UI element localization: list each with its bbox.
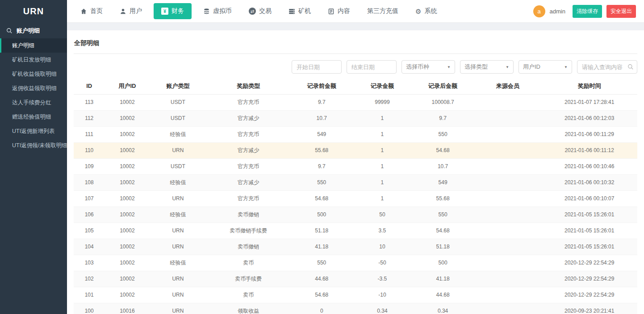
records-table-wrap: ID 用户ID 账户类型 奖励类型 记录前金额 记录金额 记录后金额 来源会员 … xyxy=(67,78,644,314)
table-row[interactable]: 11110002经验值官方充币54915502021-01-06 00:11:2… xyxy=(74,126,637,142)
table-cell: 官方充币 xyxy=(206,158,291,174)
table-row[interactable]: 10810002经验值官方减少55015492021-01-06 00:10:3… xyxy=(74,174,637,190)
col-header-id: ID xyxy=(74,78,105,94)
sidebar-item-account-detail[interactable]: 账户明细 xyxy=(0,38,67,53)
table-cell xyxy=(474,94,541,110)
table-row[interactable]: 10210002URN卖币手续费44.68-3.541.182020-12-29… xyxy=(74,271,637,287)
table-cell: 109 xyxy=(74,158,105,174)
table-cell: 51.18 xyxy=(291,223,353,239)
table-row[interactable]: 11310002USDT官方充币9.799999100008.72021-01-… xyxy=(74,94,637,110)
logout-button[interactable]: 安全退出 xyxy=(606,5,636,18)
user-id-select[interactable]: 用户ID ▼ xyxy=(519,60,572,74)
search-icon xyxy=(6,28,13,34)
table-cell xyxy=(474,255,541,271)
table-cell: 1 xyxy=(353,158,412,174)
sidebar-item-uti-rebate-claimed[interactable]: UTI返佣领/未领取明细 xyxy=(0,138,67,153)
table-row[interactable]: 10110002URN卖币54.68-1044.682020-12-29 22:… xyxy=(74,287,637,303)
nav-item-miner[interactable]: 矿机 xyxy=(283,4,316,19)
table-cell: 10002 xyxy=(105,126,150,142)
table-row[interactable]: 10010016URN领取收益00.340.342020-09-23 20:21… xyxy=(74,303,637,314)
table-cell: 106 xyxy=(74,207,105,223)
sidebar-group-label: 账户明细 xyxy=(17,27,40,35)
nav-item-users[interactable]: 用户 xyxy=(114,4,147,19)
table-row[interactable]: 10410002URN卖币撤销41.181051.182021-01-05 15… xyxy=(74,239,637,255)
table-cell: 2020-09-23 20:21:41 xyxy=(541,303,637,314)
table-cell: 经验值 xyxy=(150,126,206,142)
sidebar-item-gift-exp-detail[interactable]: 赠送经验值明细 xyxy=(0,110,67,124)
table-cell xyxy=(474,174,541,190)
table-cell: 54.68 xyxy=(412,223,474,239)
table-row[interactable]: 10310002经验值卖币550-505002020-12-29 22:54:2… xyxy=(74,255,637,271)
nav-item-third-party-recharge[interactable]: 第三方充值 xyxy=(362,4,404,19)
table-row[interactable]: 11010002URN官方减少55.68154.682021-01-06 00:… xyxy=(74,142,637,158)
type-select-value: 选择类型 xyxy=(464,63,488,71)
records-table: ID 用户ID 账户类型 奖励类型 记录前金额 记录金额 记录后金额 来源会员 … xyxy=(74,78,637,314)
table-cell xyxy=(474,287,541,303)
table-cell: 1 xyxy=(353,142,412,158)
admin-username: admin xyxy=(550,8,565,15)
col-header-user-id: 用户ID xyxy=(105,78,150,94)
table-cell: URN xyxy=(150,239,206,255)
table-cell: 10.7 xyxy=(291,110,353,126)
clear-cache-button[interactable]: 清除缓存 xyxy=(573,5,602,18)
end-date-input[interactable] xyxy=(347,60,397,74)
table-cell: 2021-01-06 00:11:12 xyxy=(541,142,637,158)
avatar[interactable]: a xyxy=(533,5,545,17)
table-row[interactable]: 10610002经验值卖币撤销500505502021-01-05 15:26:… xyxy=(74,207,637,223)
table-row[interactable]: 10510002URN卖币撤销手续费51.183.554.682021-01-0… xyxy=(74,223,637,239)
table-cell: 102 xyxy=(74,271,105,287)
sidebar-item-uti-rebate-new-list[interactable]: UTI返佣新增列表 xyxy=(0,124,67,138)
main-nav: 首页 用户 ¥ 财务 虚拟币 ⇄ 交易 xyxy=(75,3,442,19)
nav-item-virtual-coin[interactable]: 虚拟币 xyxy=(198,4,237,19)
table-row[interactable]: 10710002URN官方充币54.68155.682021-01-06 00:… xyxy=(74,190,637,207)
table-cell: 官方充币 xyxy=(206,94,291,110)
table-cell: 1 xyxy=(353,110,412,126)
table-cell: 10002 xyxy=(105,271,150,287)
table-cell: 550 xyxy=(412,126,474,142)
search-icon[interactable] xyxy=(627,64,634,70)
nav-label: 矿机 xyxy=(298,7,311,15)
chevron-down-icon: ▼ xyxy=(506,65,509,69)
search-box xyxy=(577,60,637,74)
table-cell xyxy=(474,239,541,255)
sidebar-item-expert-fee-dividend[interactable]: 达人手续费分红 xyxy=(0,95,67,110)
nav-item-finance[interactable]: ¥ 财务 xyxy=(154,3,192,19)
nav-item-home[interactable]: 首页 xyxy=(75,4,108,19)
table-cell: 0.34 xyxy=(412,303,474,314)
table-row[interactable]: 11210002USDT官方减少10.719.72021-01-06 00:12… xyxy=(74,110,637,126)
nav-item-system[interactable]: ⚙ 系统 xyxy=(410,4,442,19)
table-cell: 110 xyxy=(74,142,105,158)
nav-item-content[interactable]: 内容 xyxy=(322,4,355,19)
user-id-select-value: 用户ID xyxy=(523,63,540,71)
table-cell: 10002 xyxy=(105,158,150,174)
nav-label: 第三方充值 xyxy=(367,7,398,15)
col-header-amount-after: 记录后金额 xyxy=(412,78,474,94)
start-date-input[interactable] xyxy=(292,60,342,74)
app-logo: URN xyxy=(0,0,67,22)
table-cell: 10002 xyxy=(105,110,150,126)
col-header-amount-before: 记录前金额 xyxy=(291,78,353,94)
type-select[interactable]: 选择类型 ▼ xyxy=(460,60,514,74)
sidebar-item-rebate-income-claim[interactable]: 返佣收益领取明细 xyxy=(0,81,67,95)
table-cell: 2021-01-07 17:28:41 xyxy=(541,94,637,110)
table-cell: 官方减少 xyxy=(206,110,291,126)
sidebar-group-account-detail[interactable]: 账户明细 xyxy=(0,23,67,38)
sidebar-item-miner-daily-grant[interactable]: 矿机日发放明细 xyxy=(0,53,67,67)
table-cell: 卖币 xyxy=(206,255,291,271)
gear-icon: ⚙ xyxy=(415,8,421,15)
table-cell xyxy=(474,223,541,239)
nav-item-trade[interactable]: ⇄ 交易 xyxy=(243,4,277,19)
tab-all-details[interactable]: 全部明细 xyxy=(67,30,644,54)
sidebar-item-miner-income-claim[interactable]: 矿机收益领取明细 xyxy=(0,67,67,81)
table-row[interactable]: 10910002USDT官方充币9.7110.72021-01-06 00:10… xyxy=(74,158,637,174)
table-cell: 官方减少 xyxy=(206,142,291,158)
nav-label: 交易 xyxy=(259,7,272,15)
table-cell xyxy=(474,190,541,207)
table-cell: 550 xyxy=(291,255,353,271)
coin-select[interactable]: 选择币种 ▼ xyxy=(401,60,455,74)
table-cell: 9.7 xyxy=(291,158,353,174)
table-cell: 官方减少 xyxy=(206,174,291,190)
chevron-down-icon: ▼ xyxy=(564,65,568,69)
nav-label: 财务 xyxy=(171,7,184,15)
table-cell xyxy=(474,110,541,126)
